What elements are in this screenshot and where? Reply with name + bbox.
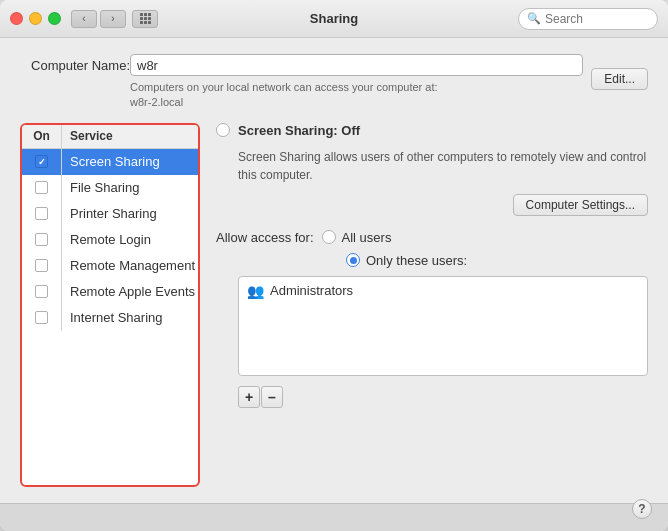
all-users-radio-option[interactable]: All users — [322, 230, 392, 245]
allow-access-row: Allow access for: All users — [216, 230, 648, 245]
computer-name-input[interactable] — [130, 54, 583, 76]
services-header-service-label: Service — [62, 125, 198, 148]
search-box[interactable]: 🔍 — [518, 8, 658, 30]
screen-sharing-radio[interactable] — [216, 123, 230, 137]
service-checkbox-area — [22, 175, 62, 201]
computer-name-hint: Computers on your local network can acce… — [130, 80, 583, 111]
service-checkbox-area — [22, 149, 62, 175]
edit-button[interactable]: Edit... — [591, 68, 648, 90]
service-checkbox-area — [22, 305, 62, 331]
main-panel: On Service Screen Sharing — [20, 123, 648, 487]
minimize-button[interactable] — [29, 12, 42, 25]
service-name-remote-login: Remote Login — [62, 232, 198, 247]
computer-name-label: Computer Name: — [20, 54, 130, 73]
service-name-remote-apple-events: Remote Apple Events — [62, 284, 198, 299]
list-item[interactable]: Remote Login — [22, 227, 198, 253]
users-list: 👥 Administrators — [238, 276, 648, 376]
all-users-label: All users — [342, 230, 392, 245]
service-checkbox-file-sharing[interactable] — [35, 181, 48, 194]
bottom-bar: ? — [0, 503, 668, 531]
back-button[interactable]: ‹ — [71, 10, 97, 28]
service-name-file-sharing: File Sharing — [62, 180, 198, 195]
allow-access-label: Allow access for: — [216, 230, 314, 245]
service-name-internet-sharing: Internet Sharing — [62, 310, 198, 325]
service-name-remote-management: Remote Management — [62, 258, 198, 273]
grid-icon — [140, 13, 151, 24]
services-panel: On Service Screen Sharing — [20, 123, 200, 487]
remove-user-button[interactable]: – — [261, 386, 283, 408]
allow-access-section: Allow access for: All users Only these u… — [216, 230, 648, 408]
service-checkbox-area — [22, 253, 62, 279]
search-icon: 🔍 — [527, 12, 541, 25]
list-item[interactable]: Screen Sharing — [22, 149, 198, 175]
window-title: Sharing — [310, 11, 358, 26]
users-controls: + – — [238, 386, 648, 408]
maximize-button[interactable] — [48, 12, 61, 25]
window: ‹ › Sharing 🔍 Computer Name: — [0, 0, 668, 531]
computer-name-section: Computer Name: Computers on your local n… — [20, 54, 648, 111]
services-header-on-label: On — [22, 125, 62, 148]
service-checkbox-remote-login[interactable] — [35, 233, 48, 246]
forward-button[interactable]: › — [100, 10, 126, 28]
screen-sharing-description: Screen Sharing allows users of other com… — [238, 148, 648, 184]
forward-icon: › — [111, 13, 114, 24]
service-checkbox-printer-sharing[interactable] — [35, 207, 48, 220]
only-these-users-label: Only these users: — [366, 253, 467, 268]
service-name-screen-sharing: Screen Sharing — [62, 154, 198, 169]
search-input[interactable] — [545, 12, 649, 26]
list-item[interactable]: Remote Apple Events — [22, 279, 198, 305]
services-header: On Service — [22, 125, 198, 149]
traffic-lights — [10, 12, 61, 25]
help-button[interactable]: ? — [632, 499, 652, 519]
screen-sharing-status-label: Screen Sharing: Off — [238, 123, 360, 138]
content-area: Computer Name: Computers on your local n… — [0, 38, 668, 503]
computer-settings-button[interactable]: Computer Settings... — [513, 194, 648, 216]
service-checkbox-internet-sharing[interactable] — [35, 311, 48, 324]
grid-button[interactable] — [132, 10, 158, 28]
list-item[interactable]: Remote Management — [22, 253, 198, 279]
service-checkbox-screen-sharing[interactable] — [35, 155, 48, 168]
service-checkbox-area — [22, 279, 62, 305]
only-these-users-radio-option[interactable]: Only these users: — [346, 253, 648, 268]
computer-name-right: Computers on your local network can acce… — [130, 54, 583, 111]
titlebar: ‹ › Sharing 🔍 — [0, 0, 668, 38]
add-user-button[interactable]: + — [238, 386, 260, 408]
list-item[interactable]: File Sharing — [22, 175, 198, 201]
back-icon: ‹ — [82, 13, 85, 24]
only-these-users-radio[interactable] — [346, 253, 360, 267]
services-list: Screen Sharing File Sharing — [22, 149, 198, 485]
screen-sharing-header: Screen Sharing: Off — [216, 123, 648, 138]
user-name-administrators: Administrators — [270, 283, 353, 298]
nav-buttons: ‹ › — [71, 10, 126, 28]
close-button[interactable] — [10, 12, 23, 25]
service-checkbox-remote-apple-events[interactable] — [35, 285, 48, 298]
list-item[interactable]: Internet Sharing — [22, 305, 198, 331]
service-name-printer-sharing: Printer Sharing — [62, 206, 198, 221]
list-item[interactable]: Printer Sharing — [22, 201, 198, 227]
service-checkbox-area — [22, 227, 62, 253]
list-item[interactable]: 👥 Administrators — [239, 277, 647, 305]
service-checkbox-area — [22, 201, 62, 227]
right-panel: Screen Sharing: Off Screen Sharing allow… — [216, 123, 648, 487]
user-group-icon: 👥 — [247, 283, 264, 299]
service-checkbox-remote-management[interactable] — [35, 259, 48, 272]
all-users-radio[interactable] — [322, 230, 336, 244]
